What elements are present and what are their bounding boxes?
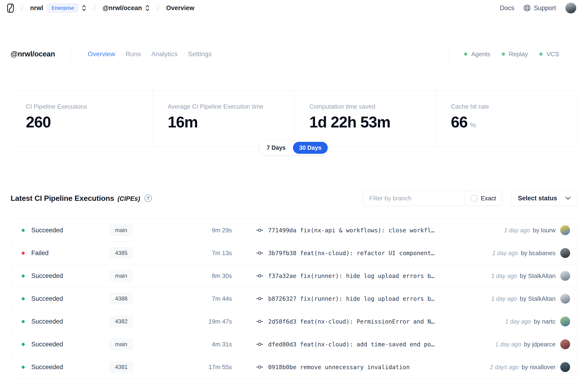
cipe-status-cell: Succeeded: [11, 272, 110, 280]
cipe-commit-cell: 771499da fix(nx-api & workflows): close …: [256, 227, 435, 234]
status-agents[interactable]: Agents: [464, 51, 490, 58]
cipe-row[interactable]: Succeeded main 9m 29s 771499da fix(nx-ap…: [11, 219, 577, 242]
exact-checkbox[interactable]: [471, 195, 477, 202]
cipe-branch-cell: main: [110, 339, 166, 350]
cipe-author-cell: 1 day ago by StalkAltan: [491, 271, 577, 281]
breadcrumb-org[interactable]: nrwl: [30, 4, 43, 12]
time-ago: 1 day ago: [491, 272, 517, 279]
select-status-dropdown[interactable]: Select status: [511, 190, 577, 206]
cipes-title: Latest CI Pipeline Executions (CIPEs): [11, 194, 140, 203]
stat-label: Computation time saved: [309, 103, 431, 110]
cipe-duration: 8m 30s: [166, 272, 232, 280]
lifebuoy-icon: [524, 4, 531, 12]
select-status-label: Select status: [518, 195, 557, 202]
git-commit-icon: [256, 273, 263, 279]
cipe-author-cell: 1 day ago by lourw: [504, 225, 577, 235]
cipe-status-cell: Succeeded: [11, 363, 110, 371]
commit-message: dfed80d3 feat(nx-cloud): add time-saved …: [268, 341, 435, 348]
support-link[interactable]: Support: [524, 4, 556, 12]
tab-runs[interactable]: Runs: [126, 50, 141, 58]
tab-overview[interactable]: Overview: [88, 50, 115, 58]
green-status-dot-icon: [502, 53, 505, 56]
workspace-selector-chevrons-icon[interactable]: [145, 4, 150, 12]
cipe-status-cell: Succeeded: [11, 227, 110, 234]
nx-cloud-logo-icon[interactable]: [7, 3, 14, 13]
stat-computation-time-saved: Computation time saved 1d 22h 53m: [294, 91, 436, 147]
toggle-7-days[interactable]: 7 Days: [260, 142, 292, 154]
status-vcs[interactable]: VCS: [539, 51, 559, 58]
commit-message: f37a32ae fix(runner): hide log upload er…: [268, 272, 435, 279]
status-label: Succeeded: [31, 363, 63, 371]
author-label: by StalkAltan: [520, 272, 555, 280]
cipe-row[interactable]: Failed 4385 7m 13s 3b79fb38 feat(nx-clou…: [11, 242, 577, 265]
cipe-commit-cell: 2d58f6d3 feat(nx-cloud): PermissionError…: [256, 318, 435, 325]
header-divider: [449, 45, 449, 63]
cipe-duration: 4m 31s: [166, 341, 232, 348]
cipe-author-cell: 2 days ago by nixallover: [490, 362, 577, 372]
time-ago: 1 day ago: [491, 295, 517, 302]
stat-label: CI Pipeline Executions: [26, 103, 148, 110]
breadcrumb-workspace[interactable]: @nrwl/ocean: [103, 4, 142, 12]
cipe-row[interactable]: Succeeded 4382 19m 47s 2d58f6d3 feat(nx-…: [11, 310, 577, 333]
status-label: Succeeded: [31, 227, 63, 234]
cipe-row[interactable]: Succeeded 4386 7m 44s b8726327 fix(runne…: [11, 287, 577, 310]
user-avatar[interactable]: [565, 2, 576, 13]
cipe-row[interactable]: Succeeded 4381 17m 55s 0918b0be remove u…: [11, 356, 577, 379]
chevron-down-icon: [565, 197, 570, 200]
cipe-duration: 17m 55s: [166, 363, 232, 371]
commit-message: 0918b0be remove unnecessary invalidation: [268, 364, 410, 371]
tab-analytics[interactable]: Analytics: [151, 50, 178, 58]
nx-cloud-overview-page: / nrwl Enterprise / @nrwl/ocean / Overvi…: [0, 0, 588, 380]
header-divider: [71, 45, 71, 63]
branch-badge: 4382: [110, 316, 133, 327]
help-icon[interactable]: ?: [144, 194, 152, 202]
time-ago: 2 days ago: [490, 364, 519, 371]
git-commit-icon: [256, 364, 263, 370]
docs-link[interactable]: Docs: [500, 4, 514, 12]
stat-value: 16m: [168, 113, 289, 131]
cipe-duration: 19m 47s: [166, 318, 232, 325]
time-ago: 1 day ago: [505, 318, 531, 325]
avatar: [560, 271, 570, 281]
org-selector-chevrons-icon[interactable]: [82, 4, 86, 12]
status-replay[interactable]: Replay: [502, 51, 528, 58]
cipe-commit-cell: f37a32ae fix(runner): hide log upload er…: [256, 272, 435, 279]
enterprise-plan-badge[interactable]: Enterprise: [47, 3, 78, 13]
git-commit-icon: [256, 341, 263, 347]
status-label: Succeeded: [31, 295, 63, 303]
branch-filter-input[interactable]: [363, 191, 465, 206]
cipe-row[interactable]: Succeeded main 4m 31s dfed80d3 feat(nx-c…: [11, 333, 577, 356]
cipes-header: Latest CI Pipeline Executions (CIPEs) ? …: [11, 190, 577, 206]
cipe-table: Succeeded main 9m 29s 771499da fix(nx-ap…: [11, 219, 577, 379]
time-ago: 1 day ago: [504, 227, 530, 234]
cipe-row[interactable]: Succeeded main 8m 30s f37a32ae fix(runne…: [11, 265, 577, 287]
tab-settings[interactable]: Settings: [188, 50, 212, 58]
exact-label: Exact: [481, 195, 496, 202]
author-label: by nixallover: [521, 363, 555, 371]
avatar: [560, 362, 570, 372]
stat-label: Cache hit rate: [451, 103, 572, 110]
cipe-status-cell: Succeeded: [11, 295, 110, 303]
stats-card-container: CI Pipeline Executions 260 Average CI Pi…: [11, 91, 577, 147]
workspace-tabs: Overview Runs Analytics Settings: [88, 50, 212, 58]
status-dot: [22, 320, 25, 323]
cipe-branch-cell: main: [110, 225, 166, 236]
status-dot: [22, 343, 25, 346]
commit-message: 771499da fix(nx-api & workflows): close …: [268, 227, 435, 234]
cipe-status-cell: Succeeded: [11, 318, 110, 325]
status-dot: [22, 252, 25, 255]
cipe-author-cell: 1 day ago by bcabanes: [492, 248, 577, 258]
cipe-branch-cell: 4385: [110, 247, 166, 259]
branch-badge: main: [110, 270, 133, 282]
exact-match-toggle[interactable]: Exact: [465, 191, 502, 206]
status-label: Succeeded: [31, 318, 63, 325]
status-dot: [22, 366, 25, 369]
stat-value: 1d 22h 53m: [309, 113, 431, 131]
toggle-30-days[interactable]: 30 Days: [293, 142, 328, 154]
git-commit-icon: [256, 296, 263, 302]
branch-badge: 4386: [110, 293, 133, 304]
status-vcs-label: VCS: [547, 51, 559, 58]
cipe-branch-cell: 4382: [110, 316, 166, 327]
commit-message: 2d58f6d3 feat(nx-cloud): PermissionError…: [268, 318, 435, 325]
feature-status-group: Agents Replay VCS: [449, 45, 559, 63]
